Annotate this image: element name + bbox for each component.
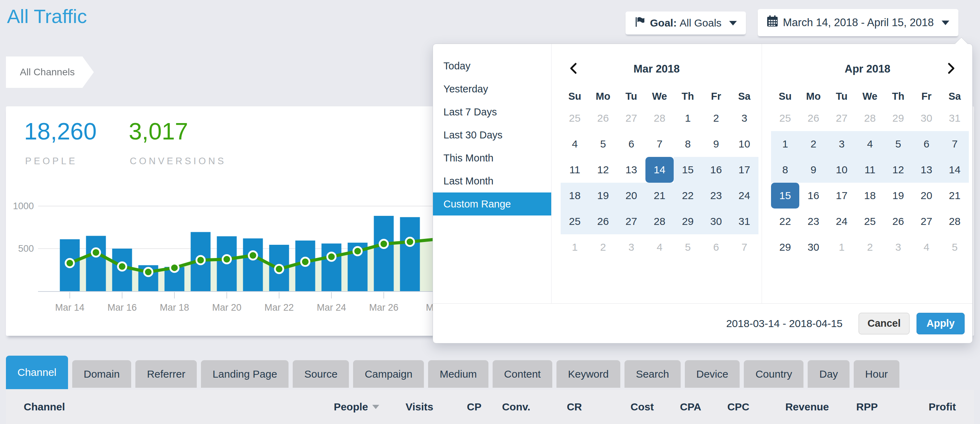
day-cell[interactable]: 26 — [884, 208, 912, 234]
day-cell[interactable]: 20 — [912, 183, 940, 208]
preset-last-30-days[interactable]: Last 30 Days — [433, 124, 551, 146]
tab-domain[interactable]: Domain — [72, 360, 131, 388]
day-cell[interactable]: 5 — [940, 234, 969, 260]
cancel-button[interactable]: Cancel — [859, 313, 910, 334]
day-cell[interactable]: 24 — [827, 208, 856, 234]
column-header-cr[interactable]: CR — [530, 401, 582, 413]
day-cell[interactable]: 28 — [856, 105, 884, 131]
day-cell[interactable]: 8 — [674, 131, 702, 157]
day-cell[interactable]: 2 — [589, 234, 617, 260]
day-cell[interactable]: 13 — [912, 157, 940, 183]
day-cell[interactable]: 10 — [827, 157, 856, 183]
day-cell[interactable]: 16 — [799, 183, 827, 208]
day-cell[interactable]: 4 — [912, 234, 940, 260]
day-cell[interactable]: 12 — [884, 157, 912, 183]
tab-campaign[interactable]: Campaign — [353, 360, 424, 388]
day-cell[interactable]: 15 — [674, 157, 702, 183]
preset-this-month[interactable]: This Month — [433, 146, 551, 170]
column-header-revenue[interactable]: Revenue — [749, 401, 829, 413]
day-cell[interactable]: 22 — [771, 208, 799, 234]
day-cell[interactable]: 22 — [674, 183, 702, 208]
day-cell[interactable]: 29 — [674, 208, 702, 234]
day-cell[interactable]: 2 — [799, 131, 827, 157]
column-header-conv[interactable]: Conv. — [482, 401, 530, 413]
day-cell[interactable]: 27 — [617, 105, 646, 131]
day-cell[interactable]: 28 — [646, 208, 674, 234]
preset-custom-range[interactable]: Custom Range — [433, 192, 551, 216]
day-cell[interactable]: 7 — [646, 131, 674, 157]
day-cell[interactable]: 8 — [771, 157, 799, 183]
day-cell[interactable]: 3 — [884, 234, 912, 260]
day-cell[interactable]: 23 — [702, 183, 730, 208]
day-cell[interactable]: 7 — [940, 131, 969, 157]
column-header-channel[interactable]: Channel — [6, 401, 313, 413]
day-cell[interactable]: 10 — [730, 131, 759, 157]
day-cell[interactable]: 2 — [702, 105, 730, 131]
day-cell[interactable]: 12 — [589, 157, 617, 183]
day-cell[interactable]: 18 — [856, 183, 884, 208]
column-header-cpc[interactable]: CPC — [701, 401, 749, 413]
column-header-rpp[interactable]: RPP — [829, 401, 878, 413]
day-cell[interactable]: 4 — [561, 131, 589, 157]
day-cell[interactable]: 3 — [730, 105, 759, 131]
tab-referrer[interactable]: Referrer — [135, 360, 197, 388]
preset-yesterday[interactable]: Yesterday — [433, 78, 551, 100]
day-cell[interactable]: 25 — [856, 208, 884, 234]
day-cell[interactable]: 5 — [884, 131, 912, 157]
preset-last-7-days[interactable]: Last 7 Days — [433, 100, 551, 124]
day-cell[interactable]: 20 — [617, 183, 646, 208]
day-cell[interactable]: 7 — [730, 234, 759, 260]
preset-last-month[interactable]: Last Month — [433, 170, 551, 192]
breadcrumb-all-channels[interactable]: All Channels — [6, 57, 94, 88]
day-cell[interactable]: 29 — [884, 105, 912, 131]
day-cell[interactable]: 6 — [617, 131, 646, 157]
tab-channel[interactable]: Channel — [6, 356, 68, 389]
day-cell[interactable]: 29 — [771, 234, 799, 260]
day-cell[interactable]: 17 — [730, 157, 759, 183]
column-header-profit[interactable]: Profit — [878, 401, 956, 413]
preset-today[interactable]: Today — [433, 54, 551, 78]
day-cell[interactable]: 6 — [702, 234, 730, 260]
day-cell[interactable]: 19 — [884, 183, 912, 208]
day-cell[interactable]: 1 — [827, 234, 856, 260]
day-cell[interactable]: 11 — [561, 157, 589, 183]
apply-button[interactable]: Apply — [916, 313, 965, 334]
day-cell[interactable]: 19 — [589, 183, 617, 208]
day-cell[interactable]: 25 — [561, 208, 589, 234]
date-range-dropdown[interactable]: March 14, 2018 - April 15, 2018 — [758, 9, 958, 36]
day-cell[interactable]: 5 — [674, 234, 702, 260]
day-cell-selected[interactable]: 14 — [646, 157, 674, 183]
tab-keyword[interactable]: Keyword — [557, 360, 620, 388]
day-cell[interactable]: 26 — [589, 208, 617, 234]
tab-medium[interactable]: Medium — [428, 360, 488, 388]
day-cell[interactable]: 27 — [827, 105, 856, 131]
day-cell[interactable]: 26 — [799, 105, 827, 131]
day-cell[interactable]: 30 — [912, 105, 940, 131]
tab-device[interactable]: Device — [685, 360, 740, 388]
day-cell[interactable]: 1 — [771, 131, 799, 157]
tab-content[interactable]: Content — [493, 360, 552, 388]
column-header-cp[interactable]: CP — [433, 401, 482, 413]
day-cell[interactable]: 13 — [617, 157, 646, 183]
tab-source[interactable]: Source — [293, 360, 349, 388]
day-cell[interactable]: 17 — [827, 183, 856, 208]
day-cell[interactable]: 21 — [940, 183, 969, 208]
day-cell[interactable]: 31 — [730, 208, 759, 234]
day-cell[interactable]: 2 — [856, 234, 884, 260]
day-cell[interactable]: 14 — [940, 157, 969, 183]
day-cell[interactable]: 1 — [561, 234, 589, 260]
day-cell[interactable]: 27 — [617, 208, 646, 234]
day-cell[interactable]: 4 — [856, 131, 884, 157]
day-cell[interactable]: 24 — [730, 183, 759, 208]
day-cell-selected[interactable]: 15 — [771, 183, 799, 208]
day-cell[interactable]: 21 — [646, 183, 674, 208]
goal-dropdown[interactable]: Goal: All Goals — [625, 11, 746, 35]
day-cell[interactable]: 26 — [589, 105, 617, 131]
day-cell[interactable]: 31 — [940, 105, 969, 131]
tab-landing-page[interactable]: Landing Page — [201, 360, 288, 388]
day-cell[interactable]: 11 — [856, 157, 884, 183]
day-cell[interactable]: 6 — [912, 131, 940, 157]
day-cell[interactable]: 28 — [646, 105, 674, 131]
day-cell[interactable]: 3 — [827, 131, 856, 157]
tab-country[interactable]: Country — [744, 360, 803, 388]
